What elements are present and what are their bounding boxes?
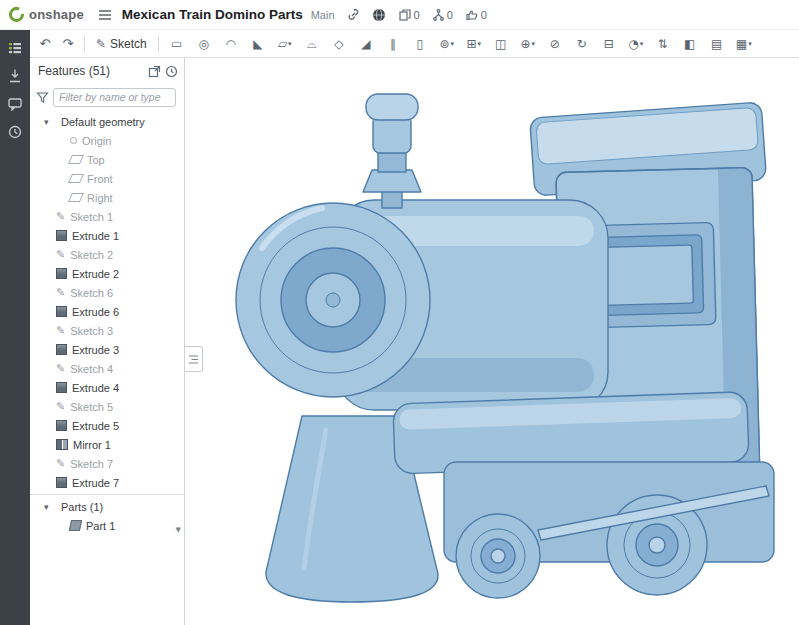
- train-boiler-face: [236, 203, 430, 397]
- features-header-label: Features (51): [38, 64, 144, 78]
- feature-item-extrude-4[interactable]: Extrude 4: [30, 378, 184, 397]
- feature-item-extrude-1[interactable]: Extrude 1: [30, 226, 184, 245]
- sketch-icon: ✎: [56, 400, 65, 413]
- feature-item-origin[interactable]: Origin: [30, 131, 184, 150]
- feature-item-top-plane[interactable]: Top: [30, 150, 184, 169]
- feature-item-sketch-3[interactable]: ✎ Sketch 3: [30, 321, 184, 340]
- branch-name[interactable]: Main: [311, 9, 335, 21]
- measure-tool[interactable]: ▤: [704, 33, 730, 55]
- tree-lines-icon: [188, 354, 199, 365]
- part-item-1[interactable]: Part 1: [30, 516, 184, 535]
- extrude-icon: ▭: [171, 37, 182, 51]
- thumbs-up-icon: [466, 9, 478, 21]
- feature-item-sketch-6[interactable]: ✎ Sketch 6: [30, 283, 184, 302]
- 3d-viewport[interactable]: [186, 58, 799, 625]
- sweep-icon: ◠: [226, 37, 236, 51]
- parts-header[interactable]: ▾ Parts (1): [30, 497, 184, 516]
- sheet-metal-icon: ▦: [736, 37, 747, 51]
- document-title[interactable]: Mexican Train Domino Parts: [122, 7, 303, 22]
- extrude-icon: [56, 477, 67, 488]
- mirror-icon: ◫: [495, 37, 506, 51]
- transform-icon: ↻: [577, 37, 587, 51]
- undo-button[interactable]: ↶: [34, 33, 56, 55]
- transform-tool[interactable]: ↻: [569, 33, 595, 55]
- feature-item-sketch-4[interactable]: ✎ Sketch 4: [30, 359, 184, 378]
- split-tool[interactable]: ⊘: [542, 33, 568, 55]
- modify-fillet-tool[interactable]: ◔: [623, 33, 649, 55]
- forks-count[interactable]: 0: [433, 9, 453, 21]
- chevron-down-icon[interactable]: ▾: [44, 502, 56, 512]
- boolean-icon: ⊕: [520, 37, 530, 51]
- boolean-tool[interactable]: ⊕: [515, 33, 541, 55]
- likes-count[interactable]: 0: [466, 9, 487, 21]
- extrude-tool[interactable]: ▭: [164, 33, 190, 55]
- rollback-history-icon[interactable]: [165, 65, 178, 78]
- revolve-tool[interactable]: ◎: [191, 33, 217, 55]
- extrude-icon: [56, 306, 67, 317]
- feature-item-sketch-2[interactable]: ✎ Sketch 2: [30, 245, 184, 264]
- linear-pattern-icon: ⊞: [466, 37, 476, 51]
- open-panel-icon[interactable]: [148, 65, 161, 78]
- left-rail: [0, 30, 30, 625]
- insert-tab[interactable]: [2, 64, 28, 88]
- parts-section: ▾ Parts (1) Part 1: [30, 494, 184, 535]
- likes-count-value: 0: [481, 9, 487, 21]
- sweep-tool[interactable]: ◠: [218, 33, 244, 55]
- shell-tool[interactable]: ▯: [407, 33, 433, 55]
- link-icon[interactable]: [347, 8, 360, 21]
- sketch-pencil-icon: ✎: [96, 37, 106, 51]
- delete-part-tool[interactable]: ⊟: [596, 33, 622, 55]
- filter-funnel-icon[interactable]: [36, 91, 49, 104]
- feature-item-extrude-3[interactable]: Extrude 3: [30, 340, 184, 359]
- feature-item-extrude-2[interactable]: Extrude 2: [30, 264, 184, 283]
- move-face-tool[interactable]: ⇅: [650, 33, 676, 55]
- modify-fillet-icon: ◔: [628, 37, 638, 51]
- loft-tool[interactable]: ◣: [245, 33, 271, 55]
- feature-item-sketch-5[interactable]: ✎ Sketch 5: [30, 397, 184, 416]
- comment-tab[interactable]: [2, 92, 28, 116]
- feature-item-default-geometry[interactable]: ▾ Default geometry: [30, 112, 184, 131]
- rib-tool[interactable]: ∥: [380, 33, 406, 55]
- document-menu-icon[interactable]: [98, 9, 112, 21]
- tree-scroll-down-button[interactable]: ▼: [176, 526, 181, 534]
- sketch-icon: ✎: [56, 457, 65, 470]
- sketch-button[interactable]: ✎ Sketch: [90, 33, 153, 55]
- linear-pattern-tool[interactable]: ⊞: [461, 33, 487, 55]
- extrude-icon: [56, 230, 67, 241]
- draft-tool[interactable]: ◢: [353, 33, 379, 55]
- feature-item-mirror-1[interactable]: Mirror 1: [30, 435, 184, 454]
- mirror-tool[interactable]: ◫: [488, 33, 514, 55]
- appearance-tool[interactable]: ◧: [677, 33, 703, 55]
- sheet-metal-tool[interactable]: ▦: [731, 33, 757, 55]
- hole-tool[interactable]: ⊚: [434, 33, 460, 55]
- feature-filter-input[interactable]: [53, 88, 176, 107]
- feature-list-tab[interactable]: [2, 36, 28, 60]
- sketch-icon: ✎: [56, 248, 65, 261]
- history-tab[interactable]: [2, 120, 28, 144]
- feature-item-sketch-7[interactable]: ✎ Sketch 7: [30, 454, 184, 473]
- chamfer-tool[interactable]: ◇: [326, 33, 352, 55]
- origin-icon: [70, 137, 77, 144]
- feature-item-sketch-1[interactable]: ✎ Sketch 1: [30, 207, 184, 226]
- globe-icon[interactable]: [372, 8, 386, 22]
- redo-button[interactable]: ↷: [57, 33, 79, 55]
- feature-item-extrude-5[interactable]: Extrude 5: [30, 416, 184, 435]
- train-model: [186, 58, 799, 625]
- feature-item-right-plane[interactable]: Right: [30, 188, 184, 207]
- panel-collapse-handle[interactable]: [185, 346, 203, 372]
- feature-item-extrude-7[interactable]: Extrude 7: [30, 473, 184, 492]
- feature-item-extrude-6[interactable]: Extrude 6: [30, 302, 184, 321]
- thicken-tool[interactable]: ▱: [272, 33, 298, 55]
- rib-icon: ∥: [390, 37, 396, 51]
- copies-count[interactable]: 0: [399, 9, 420, 21]
- split-icon: ⊘: [550, 37, 560, 51]
- onshape-logo[interactable]: onshape: [8, 6, 84, 23]
- revolve-icon: ◎: [199, 37, 209, 51]
- mirror-icon: [56, 439, 68, 450]
- onshape-logo-icon: [8, 6, 25, 23]
- fillet-tool[interactable]: ⌓: [299, 33, 325, 55]
- train-smokestack: [363, 94, 421, 208]
- sketch-icon: ✎: [56, 362, 65, 375]
- chevron-down-icon[interactable]: ▾: [44, 117, 56, 127]
- feature-item-front-plane[interactable]: Front: [30, 169, 184, 188]
